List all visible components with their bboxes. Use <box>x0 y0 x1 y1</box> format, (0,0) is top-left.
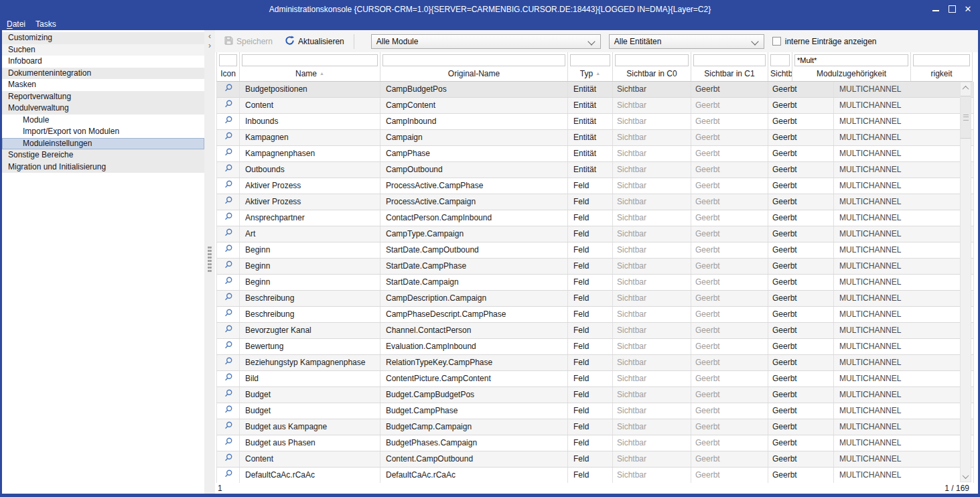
table-row[interactable]: BeschreibungCampPhaseDescript.CampPhaseF… <box>216 307 974 323</box>
table-row[interactable]: ContentCampContentEntitätSichtbarGeerbtG… <box>216 98 974 114</box>
magnifier-icon[interactable] <box>224 195 233 210</box>
magnifier-icon[interactable] <box>224 179 233 194</box>
scrollbar-thumb[interactable] <box>961 96 971 139</box>
splitter[interactable]: ‹ › <box>204 30 215 494</box>
table-row[interactable]: DefaultCaAc.rCaAcDefaultCaAc.rCaAcFeldSi… <box>216 468 974 483</box>
entity-filter-dropdown[interactable]: Alle Entitäten <box>609 34 764 49</box>
filter-input-name[interactable] <box>242 54 378 66</box>
splitter-collapse-controls[interactable]: ‹ › <box>204 31 215 50</box>
table-row[interactable]: BudgetpositionenCampBudgetPosEntitätSich… <box>216 82 974 98</box>
sidebar-item-reportverwaltung[interactable]: Reportverwaltung <box>2 91 204 103</box>
cell-typ: Entität <box>568 82 613 97</box>
maximize-button[interactable] <box>944 2 960 15</box>
table-row[interactable]: BudgetBudget.CampPhaseFeldSichtbarGeerbt… <box>216 403 974 419</box>
magnifier-icon[interactable] <box>224 324 233 338</box>
table-row[interactable]: Budget aus PhasenBudgetPhases.CampaignFe… <box>216 435 974 451</box>
magnifier-icon[interactable] <box>224 468 233 483</box>
table-row[interactable]: BeginnStartDate.CampaignFeldSichtbarGeer… <box>216 275 974 291</box>
column-header-modul[interactable]: Modulzugehörigkeit <box>792 69 910 78</box>
magnifier-icon[interactable] <box>224 307 233 322</box>
table-row[interactable]: BeginnStartDate.CampPhaseFeldSichtbarGee… <box>216 259 974 275</box>
magnifier-icon[interactable] <box>224 259 233 274</box>
table-row[interactable]: Bevorzugter KanalChannel.ContactPersonFe… <box>216 323 974 339</box>
table-row[interactable]: Aktiver ProzessProcessActive.CampaignFel… <box>216 194 974 210</box>
table-row[interactable]: InboundsCampInboundEntitätSichtbarGeerbt… <box>216 114 974 130</box>
scrollbar-up-button[interactable] <box>961 82 971 93</box>
magnifier-icon[interactable] <box>224 243 233 258</box>
magnifier-icon[interactable] <box>224 372 233 386</box>
magnifier-icon[interactable] <box>224 275 233 290</box>
table-row[interactable]: KampagnenCampaignEntitätSichtbarGeerbtGe… <box>216 130 974 146</box>
sidebar-item-sonstige-bereiche[interactable]: Sonstige Bereiche <box>2 149 204 161</box>
column-header-icon[interactable]: Icon <box>217 69 239 78</box>
magnifier-icon[interactable] <box>224 356 233 370</box>
magnifier-icon[interactable] <box>224 420 233 435</box>
filter-input-icon[interactable] <box>219 54 237 66</box>
sidebar-item-infoboard[interactable]: Infoboard <box>2 56 204 68</box>
filter-input-c1[interactable] <box>693 54 766 66</box>
menu-tasks[interactable]: Tasks <box>36 19 56 29</box>
table-row[interactable]: BeginnStartDate.CampOutboundFeldSichtbar… <box>216 242 974 259</box>
filter-input-c0[interactable] <box>615 54 689 66</box>
column-header-c2[interactable]: Sichtbarkeit <box>768 69 792 78</box>
magnifier-icon[interactable] <box>224 82 233 97</box>
sidebar-item-migration-und-initialisierung[interactable]: Migration und Initialisierung <box>2 161 204 173</box>
vertical-scrollbar[interactable] <box>960 82 971 482</box>
column-header-c0[interactable]: Sichtbar in C0 <box>613 69 691 78</box>
table-row[interactable]: AnsprechpartnerContactPerson.CampInbound… <box>216 210 974 226</box>
table-row[interactable]: Beziehungstyp KampagnenphaseRelationType… <box>216 355 974 371</box>
cell-sichtbarkeit: Geerbt <box>768 451 834 467</box>
sidebar-item-dokumentenintegration[interactable]: Dokumentenintegration <box>2 68 204 80</box>
magnifier-icon[interactable] <box>224 436 233 451</box>
column-header-original[interactable]: Original-Name <box>380 69 567 78</box>
magnifier-icon[interactable] <box>224 388 233 403</box>
column-header-typ[interactable]: Typ▲ <box>568 69 612 78</box>
magnifier-icon[interactable] <box>224 131 233 145</box>
table-row[interactable]: Budget aus KampagneBudgetCamp.CampaignFe… <box>216 419 974 435</box>
scrollbar-down-button[interactable] <box>961 471 971 482</box>
magnifier-icon[interactable] <box>224 227 233 242</box>
cell-sichtbar-c0: Sichtbar <box>613 291 691 306</box>
filter-input-typ[interactable] <box>570 54 610 66</box>
filter-input-extra[interactable] <box>913 54 970 66</box>
table-row[interactable]: ContentContent.CampOutboundFeldSichtbarG… <box>216 451 974 468</box>
save-button[interactable]: Speichern <box>224 36 273 47</box>
magnifier-icon[interactable] <box>224 115 233 129</box>
cell-sichtbar-c1: Geerbt <box>691 259 768 274</box>
magnifier-icon[interactable] <box>224 163 233 178</box>
table-row[interactable]: BewertungEvaluation.CampInboundFeldSicht… <box>216 339 974 355</box>
sidebar-item-masken[interactable]: Masken <box>2 79 204 91</box>
magnifier-icon[interactable] <box>224 211 233 226</box>
filter-input-c2[interactable] <box>770 54 790 66</box>
module-filter-dropdown[interactable]: Alle Module <box>371 34 601 49</box>
magnifier-icon[interactable] <box>224 452 233 467</box>
sidebar-item-modulverwaltung[interactable]: Modulverwaltung <box>2 102 204 115</box>
column-header-extra[interactable]: rigkeit <box>911 69 972 78</box>
magnifier-icon[interactable] <box>224 147 233 161</box>
magnifier-icon[interactable] <box>224 291 233 306</box>
sidebar-item-suchen[interactable]: Suchen <box>2 44 204 56</box>
table-row[interactable]: ArtCampType.CampaignFeldSichtbarGeerbtGe… <box>216 226 974 242</box>
column-header-c1[interactable]: Sichtbar in C1 <box>691 69 768 78</box>
magnifier-icon[interactable] <box>224 340 233 354</box>
magnifier-icon[interactable] <box>224 98 233 113</box>
table-row[interactable]: BildContentPicture.CampContentFeldSichtb… <box>216 371 974 387</box>
menu-datei[interactable]: Datei <box>7 19 25 29</box>
sidebar-item-customizing[interactable]: Customizing <box>2 32 204 44</box>
refresh-button[interactable]: Aktualisieren <box>285 36 344 48</box>
magnifier-icon[interactable] <box>224 404 233 419</box>
sidebar-item-module[interactable]: Module <box>2 115 204 127</box>
table-row[interactable]: KampagnenphasenCampPhaseEntitätSichtbarG… <box>216 146 974 162</box>
filter-input-modul[interactable] <box>794 54 908 66</box>
table-row[interactable]: BudgetBudget.CampBudgetPosFeldSichtbarGe… <box>216 387 974 403</box>
close-button[interactable]: ✕ <box>960 2 976 15</box>
table-row[interactable]: BeschreibungCampDescription.CampaignFeld… <box>216 291 974 307</box>
table-row[interactable]: OutboundsCampOutboundEntitätSichtbarGeer… <box>216 162 974 178</box>
column-header-name[interactable]: Name▲ <box>240 69 380 78</box>
table-row[interactable]: Aktiver ProzessProcessActive.CampPhaseFe… <box>216 178 974 194</box>
sidebar-item-import-export-von-modulen[interactable]: Import/Export von Modulen <box>2 126 204 138</box>
minimize-button[interactable] <box>928 2 944 15</box>
internal-entries-checkbox[interactable] <box>772 37 781 46</box>
filter-input-original[interactable] <box>382 54 565 66</box>
sidebar-item-moduleinstellungen[interactable]: Moduleinstellungen <box>2 138 204 150</box>
